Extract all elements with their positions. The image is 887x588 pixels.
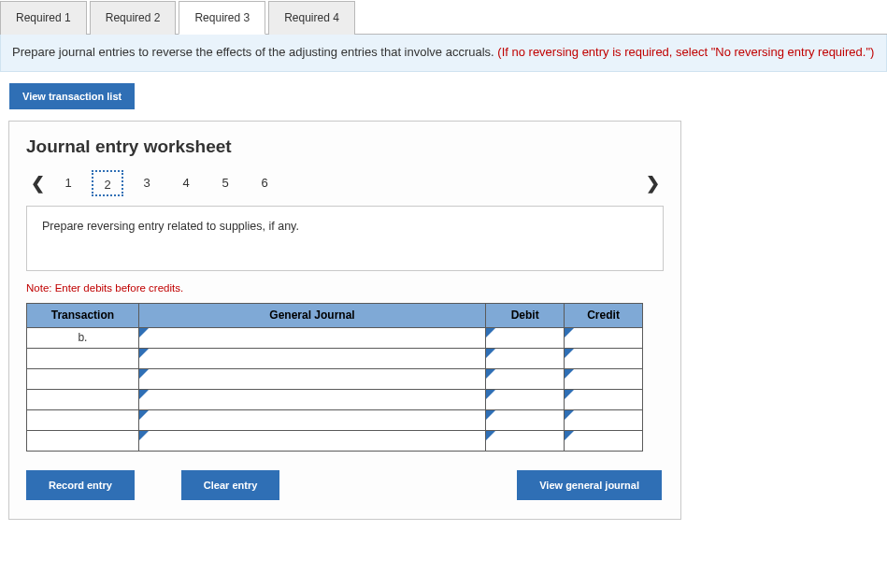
cell-general[interactable]: [138, 327, 485, 348]
tab-required-1[interactable]: Required 1: [0, 1, 87, 35]
cell-credit[interactable]: [565, 389, 643, 409]
cell-debit[interactable]: [486, 348, 565, 368]
cell-debit[interactable]: [486, 430, 565, 451]
tab-required-2[interactable]: Required 2: [90, 1, 177, 35]
entry-note: Note: Enter debits before credits.: [26, 282, 664, 294]
cell-transaction: [27, 368, 139, 389]
col-header-general: General Journal: [138, 303, 485, 327]
tab-required-3[interactable]: Required 3: [179, 1, 265, 35]
top-button-row: View transaction list: [9, 83, 887, 109]
step-1[interactable]: 1: [52, 170, 84, 196]
step-4[interactable]: 4: [170, 170, 202, 196]
cell-transaction: b.: [27, 327, 139, 348]
col-header-credit: Credit: [565, 303, 643, 327]
record-entry-button[interactable]: Record entry: [26, 470, 135, 500]
clear-entry-button[interactable]: Clear entry: [181, 470, 279, 500]
table-row: [27, 348, 643, 368]
journal-worksheet-panel: Journal entry worksheet ❮ 1 2 3 4 5 6 ❯ …: [8, 121, 681, 520]
table-row: [27, 368, 643, 389]
tabs-bar: Required 1 Required 2 Required 3 Require…: [0, 0, 887, 35]
cell-debit[interactable]: [486, 327, 565, 348]
cell-credit[interactable]: [565, 348, 643, 368]
instruction-red: (If no reversing entry is required, sele…: [497, 45, 874, 59]
view-transaction-list-button[interactable]: View transaction list: [9, 83, 135, 109]
cell-credit[interactable]: [565, 327, 643, 348]
cell-credit[interactable]: [565, 430, 643, 451]
cell-debit[interactable]: [486, 389, 565, 409]
view-general-journal-button[interactable]: View general journal: [517, 470, 662, 500]
instruction-text: Prepare journal entries to reverse the e…: [12, 45, 497, 59]
table-row: [27, 430, 643, 451]
cell-debit[interactable]: [486, 409, 565, 430]
cell-general[interactable]: [138, 430, 485, 451]
step-6[interactable]: 6: [249, 170, 280, 196]
step-next-icon[interactable]: ❯: [641, 173, 664, 194]
cell-debit[interactable]: [486, 368, 565, 389]
col-header-debit: Debit: [486, 303, 565, 327]
step-prev-icon[interactable]: ❮: [26, 173, 49, 194]
table-row: b.: [27, 327, 643, 348]
cell-transaction: [27, 430, 139, 451]
cell-credit[interactable]: [565, 409, 643, 430]
table-row: [27, 409, 643, 430]
step-5[interactable]: 5: [209, 170, 241, 196]
cell-credit[interactable]: [565, 368, 643, 389]
cell-transaction: [27, 389, 139, 409]
step-3[interactable]: 3: [131, 170, 163, 196]
worksheet-actions: Record entry Clear entry View general jo…: [26, 470, 662, 500]
entry-prompt: Prepare reversing entry related to suppl…: [26, 206, 664, 271]
worksheet-heading: Journal entry worksheet: [26, 136, 664, 157]
cell-transaction: [27, 409, 139, 430]
instruction-panel: Prepare journal entries to reverse the e…: [0, 35, 887, 72]
cell-general[interactable]: [138, 409, 485, 430]
tab-required-4[interactable]: Required 4: [268, 1, 355, 35]
cell-general[interactable]: [138, 348, 485, 368]
cell-general[interactable]: [138, 368, 485, 389]
cell-transaction: [27, 348, 139, 368]
step-2[interactable]: 2: [92, 170, 123, 196]
table-row: [27, 389, 643, 409]
journal-table: Transaction General Journal Debit Credit…: [26, 303, 643, 452]
cell-general[interactable]: [138, 389, 485, 409]
table-header-row: Transaction General Journal Debit Credit: [27, 303, 643, 327]
step-nav: ❮ 1 2 3 4 5 6 ❯: [26, 170, 664, 196]
col-header-transaction: Transaction: [27, 303, 139, 327]
